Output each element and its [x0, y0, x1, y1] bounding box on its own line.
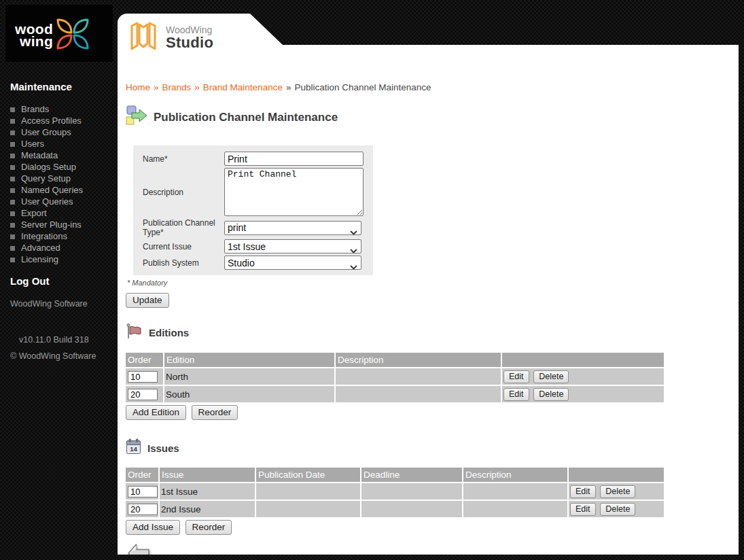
name-input[interactable] — [224, 152, 364, 166]
current-issue-select[interactable]: 1st Issue — [224, 239, 361, 253]
woodwing-logo-text: wood wing — [15, 23, 53, 48]
issues-table: Order Issue Publication Date Deadline De… — [124, 466, 665, 519]
square-bullet-icon — [10, 211, 15, 216]
copyright-label: © WoodWing Software — [10, 351, 96, 361]
svg-text:14: 14 — [130, 445, 137, 453]
sidebar-item-integrations[interactable]: Integrations — [10, 230, 83, 242]
add-issue-button[interactable]: Add Issue — [126, 520, 180, 535]
issue-deadline — [361, 501, 462, 517]
col-description: Description — [336, 353, 501, 367]
description-textarea[interactable]: Print Channel — [224, 168, 364, 216]
square-bullet-icon — [10, 258, 15, 262]
issue-row: 2nd Issue Edit Delete — [126, 501, 664, 517]
edit-button[interactable]: Edit — [570, 503, 596, 516]
issue-order-input[interactable] — [128, 504, 158, 515]
issues-actions: Add Issue Reorder — [126, 520, 729, 535]
delete-button[interactable]: Delete — [600, 485, 635, 498]
sidebar: wood wing Maintenance Brands Access Prof… — [0, 0, 118, 560]
reorder-editions-button[interactable]: Reorder — [192, 405, 238, 420]
issues-heading-row: 14 Issues — [126, 438, 729, 457]
sidebar-heading: Maintenance — [10, 81, 72, 92]
breadcrumb-brands-link[interactable]: Brands — [162, 82, 192, 92]
delete-button[interactable]: Delete — [533, 388, 569, 401]
col-deadline: Deadline — [361, 468, 462, 482]
channel-type-select[interactable]: print — [224, 221, 361, 235]
issue-deadline — [361, 483, 462, 500]
mandatory-note: * Mandatory — [127, 279, 729, 287]
square-bullet-icon — [10, 107, 15, 112]
square-bullet-icon — [10, 200, 15, 205]
company-link[interactable]: WoodWing Software — [10, 299, 88, 309]
col-actions — [502, 353, 664, 367]
sidebar-item-users[interactable]: Users — [10, 138, 83, 150]
logo-line2: wing — [15, 35, 53, 48]
edition-name: South — [164, 386, 334, 402]
square-bullet-icon — [10, 154, 15, 158]
issue-publication-date — [256, 501, 360, 517]
content-area: Home»Brands»Brand Maintenance»Publicatio… — [118, 45, 739, 555]
sidebar-item-metadata[interactable]: Metadata — [10, 150, 83, 161]
back-arrow-icon[interactable] — [127, 543, 150, 555]
issue-description — [463, 501, 567, 517]
issues-header-row: Order Issue Publication Date Deadline De… — [126, 468, 664, 482]
issue-name: 1st Issue — [160, 483, 255, 500]
sidebar-item-query-setup[interactable]: Query Setup — [10, 173, 83, 184]
col-issue: Issue — [160, 468, 255, 482]
col-actions — [569, 468, 664, 482]
channel-arrow-icon — [126, 105, 147, 129]
edit-button[interactable]: Edit — [503, 370, 529, 383]
sidebar-item-advanced[interactable]: Advanced — [10, 242, 83, 253]
breadcrumb-home-link[interactable]: Home — [126, 82, 150, 92]
issue-row: 1st Issue Edit Delete — [126, 483, 664, 500]
issue-description — [463, 483, 567, 500]
col-edition: Edition — [164, 353, 334, 367]
square-bullet-icon — [10, 223, 15, 228]
header-tab-slope — [250, 14, 283, 46]
sidebar-item-user-groups[interactable]: User Groups — [10, 126, 83, 138]
update-button[interactable]: Update — [126, 293, 169, 308]
sidebar-item-server-plugins[interactable]: Server Plug-ins — [10, 219, 83, 230]
square-bullet-icon — [10, 234, 15, 239]
delete-button[interactable]: Delete — [533, 370, 569, 383]
logout-link[interactable]: Log Out — [10, 275, 49, 287]
breadcrumb-separator: » — [286, 82, 291, 92]
breadcrumb: Home»Brands»Brand Maintenance»Publicatio… — [126, 82, 729, 92]
edition-order-input[interactable] — [128, 371, 158, 383]
description-label: Description — [143, 188, 224, 197]
editions-heading-row: Editions — [126, 323, 729, 343]
sidebar-item-access-profiles[interactable]: Access Profiles — [10, 115, 83, 126]
sidebar-item-brands[interactable]: Brands — [10, 103, 83, 115]
calendar-icon: 14 — [126, 438, 141, 457]
edition-order-input[interactable] — [128, 389, 158, 400]
issue-publication-date — [256, 483, 360, 500]
studio-logo-text: WoodWing Studio — [166, 25, 213, 50]
edit-button[interactable]: Edit — [503, 388, 529, 401]
breadcrumb-brand-maintenance-link[interactable]: Brand Maintenance — [203, 82, 283, 92]
page-title: Publication Channel Maintenance — [154, 111, 338, 124]
delete-button[interactable]: Delete — [600, 503, 635, 516]
sidebar-menu: Brands Access Profiles User Groups Users… — [10, 103, 83, 265]
breadcrumb-separator: » — [154, 82, 159, 92]
reorder-issues-button[interactable]: Reorder — [185, 520, 232, 535]
sidebar-item-named-queries[interactable]: Named Queries — [10, 184, 83, 196]
sidebar-item-licensing[interactable]: Licensing — [10, 253, 83, 265]
square-bullet-icon — [10, 130, 15, 135]
sidebar-item-dialogs-setup[interactable]: Dialogs Setup — [10, 161, 83, 173]
breadcrumb-current: Publication Channel Maintenance — [294, 82, 431, 92]
issue-order-input[interactable] — [128, 486, 158, 497]
edit-button[interactable]: Edit — [570, 485, 596, 498]
edition-description — [336, 386, 501, 402]
col-order: Order — [126, 353, 163, 367]
sidebar-item-user-queries[interactable]: User Queries — [10, 196, 83, 207]
studio-logo: WoodWing Studio — [130, 20, 213, 54]
publish-system-select[interactable]: Studio — [224, 256, 361, 270]
issue-name: 2nd Issue — [160, 501, 255, 517]
butterfly-icon — [55, 17, 90, 54]
sidebar-item-export[interactable]: Export — [10, 207, 83, 219]
edition-description — [336, 368, 501, 385]
add-edition-button[interactable]: Add Edition — [126, 405, 186, 420]
editions-title: Editions — [149, 327, 189, 338]
col-order: Order — [126, 468, 158, 482]
square-bullet-icon — [10, 119, 15, 124]
page-title-row: Publication Channel Maintenance — [126, 105, 729, 129]
